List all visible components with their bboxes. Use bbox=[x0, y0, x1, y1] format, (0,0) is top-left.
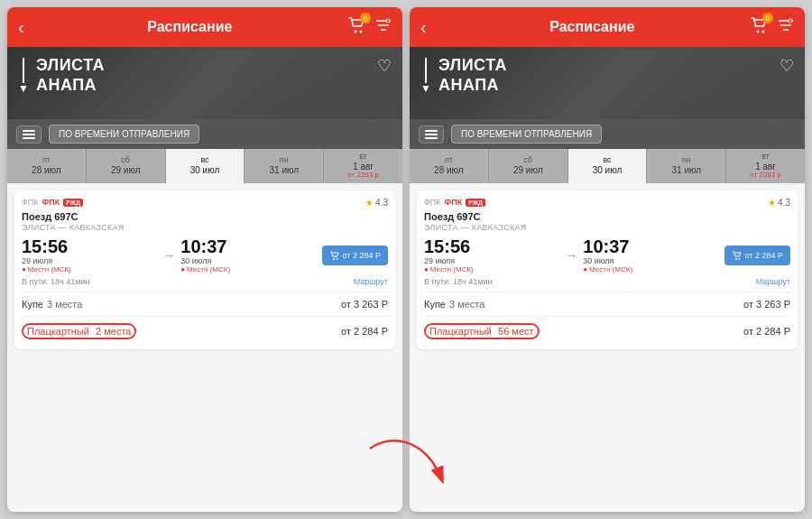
date-tab-4-left[interactable]: вт 1 авг от 2283 р bbox=[324, 149, 402, 183]
filter-bar-left: ПО ВРЕМЕНИ ОТПРАВЛЕНИЯ bbox=[7, 119, 402, 149]
hero-right: ▼ ЭЛИСТА АНАПА ♡ bbox=[410, 47, 805, 119]
header-icons-left: 0 bbox=[348, 17, 392, 37]
plackart-annotation-left: Плацкартный 2 места bbox=[22, 323, 136, 339]
train-card-right: ФПК ФПК РЖД ★ 4.3 Поезд 697С ЭЛИСТА — КА… bbox=[417, 190, 798, 349]
date-tab-0-right[interactable]: пт 28 июл bbox=[410, 149, 489, 183]
menu-filter-left[interactable] bbox=[16, 125, 42, 144]
seat-row-kupe-left: Купе 3 места от 3 263 Р bbox=[22, 296, 388, 312]
city-to-right: АНАПА bbox=[438, 76, 507, 96]
divider-2-left bbox=[22, 316, 388, 317]
sort-button-left[interactable]: ПО ВРЕМЕНИ ОТПРАВЛЕНИЯ bbox=[49, 125, 199, 144]
sort-button-right[interactable]: ПО ВРЕМЕНИ ОТПРАВЛЕНИЯ bbox=[451, 125, 602, 144]
route-link-left[interactable]: Маршрут bbox=[354, 277, 388, 286]
date-tab-4-right[interactable]: вт 1 авг от 2283 р bbox=[726, 149, 805, 183]
date-tab-2-right[interactable]: вс 30 июл bbox=[568, 149, 648, 183]
route-arrow-right: ▼ bbox=[420, 58, 431, 94]
hero-left: ▼ ЭЛИСТА АНАПА ♡ bbox=[7, 47, 402, 119]
time-row-left: 15:56 29 июля ● Местн (МСК) → 10:37 30 и… bbox=[22, 237, 388, 273]
date-tab-0-left[interactable]: пт 28 июл bbox=[7, 149, 87, 183]
header-title-right: Расписание bbox=[434, 19, 751, 35]
filter-button-right[interactable] bbox=[778, 18, 794, 36]
back-button-right[interactable]: ‹ bbox=[420, 17, 427, 38]
header-left: ‹ Расписание 0 bbox=[7, 7, 402, 47]
depart-time-right: 15:56 bbox=[424, 237, 559, 255]
svg-point-9 bbox=[762, 31, 765, 33]
menu-filter-right[interactable] bbox=[419, 125, 444, 144]
arrive-date-left: 30 июля bbox=[180, 256, 316, 265]
arrive-block-left: 10:37 30 июля ● Местн (МСК) bbox=[180, 237, 316, 273]
divider-1-left bbox=[22, 292, 388, 292]
date-tab-2-left[interactable]: вс 30 июл bbox=[166, 149, 245, 183]
route-link-right[interactable]: Маршрут bbox=[756, 277, 790, 286]
star-icon-left: ★ bbox=[365, 198, 374, 208]
svg-point-1 bbox=[360, 31, 363, 33]
header-icons-right: 0 bbox=[751, 17, 794, 37]
seat-row-plack-left: Плацкартный 2 места от 2 284 Р bbox=[22, 320, 388, 342]
seat-row-kupe-right: Купе 3 места от 3 263 Р bbox=[424, 296, 790, 312]
svg-point-6 bbox=[333, 258, 335, 260]
svg-point-7 bbox=[336, 258, 337, 260]
depart-date-right: 29 июля bbox=[424, 256, 559, 265]
duration-row-left: В пути: 18ч 41мин Маршрут bbox=[22, 277, 388, 286]
route-cities-left: ЭЛИСТА АНАПА bbox=[36, 56, 105, 95]
cart-button-right[interactable]: 0 bbox=[751, 17, 769, 37]
time-arrow-right: → bbox=[565, 248, 577, 263]
arrive-tz-left: ● Местн (МСК) bbox=[180, 265, 316, 273]
favorite-button-left[interactable]: ♡ bbox=[377, 56, 392, 76]
divider-1-right bbox=[424, 292, 790, 292]
date-tabs-right: пт 28 июл сб 29 июл вс 30 июл пн 31 июл bbox=[410, 149, 805, 183]
star-icon-right: ★ bbox=[768, 198, 776, 208]
svg-point-5 bbox=[386, 19, 390, 23]
depart-date-left: 29 июля bbox=[22, 256, 157, 265]
date-tab-1-right[interactable]: сб 29 июл bbox=[489, 149, 568, 183]
route-arrow-left: ▼ bbox=[18, 58, 29, 94]
svg-point-15 bbox=[738, 258, 740, 260]
time-arrow-left: → bbox=[162, 248, 175, 263]
date-tab-1-left[interactable]: сб 29 июл bbox=[87, 149, 166, 183]
depart-tz-right: ● Местн (МСК) bbox=[424, 265, 559, 273]
route-info-right: ▼ ЭЛИСТА АНАПА bbox=[420, 56, 507, 95]
train-route-right: ЭЛИСТА — КАВКАЗСКАЯ bbox=[424, 223, 790, 232]
arrive-time-left: 10:37 bbox=[180, 237, 316, 255]
content-left: ФПК ФПК РЖД ★ 4.3 Поезд 697С ЭЛИСТА — КА… bbox=[7, 183, 402, 512]
header-title-left: Расписание bbox=[32, 19, 348, 35]
rating-right: ★ 4.3 bbox=[768, 198, 790, 208]
buy-button-left[interactable]: от 2 284 Р bbox=[322, 246, 388, 265]
svg-point-13 bbox=[789, 19, 792, 23]
arrive-time-right: 10:37 bbox=[583, 237, 718, 255]
date-tabs-left: пт 28 июл сб 29 июл вс 30 июл пн 31 июл bbox=[7, 149, 402, 183]
city-from-left: ЭЛИСТА bbox=[36, 56, 105, 76]
content-right: ФПК ФПК РЖД ★ 4.3 Поезд 697С ЭЛИСТА — КА… bbox=[410, 183, 805, 512]
time-row-right: 15:56 29 июля ● Местн (МСК) → 10:37 30 и… bbox=[424, 237, 790, 273]
filter-bar-right: ПО ВРЕМЕНИ ОТПРАВЛЕНИЯ bbox=[410, 119, 805, 149]
city-from-right: ЭЛИСТА bbox=[438, 56, 507, 76]
train-name-right: Поезд 697С bbox=[424, 211, 790, 222]
date-tab-3-left[interactable]: пн 31 июл bbox=[245, 149, 324, 183]
buy-button-right[interactable]: от 2 284 Р bbox=[724, 246, 790, 265]
back-button-left[interactable]: ‹ bbox=[18, 17, 24, 38]
header-right: ‹ Расписание 0 bbox=[410, 7, 805, 47]
duration-row-right: В пути: 18ч 41мин Маршрут bbox=[424, 277, 790, 286]
divider-2-right bbox=[424, 316, 790, 317]
arrive-tz-right: ● Местн (МСК) bbox=[583, 265, 718, 273]
svg-point-8 bbox=[757, 31, 760, 33]
favorite-button-right[interactable]: ♡ bbox=[780, 56, 794, 76]
depart-tz-left: ● Местн (МСК) bbox=[22, 265, 157, 273]
route-cities-right: ЭЛИСТА АНАПА bbox=[438, 56, 507, 95]
depart-block-right: 15:56 29 июля ● Местн (МСК) bbox=[424, 237, 559, 273]
cart-button-left[interactable]: 0 bbox=[348, 17, 366, 37]
cart-badge-right: 0 bbox=[762, 13, 773, 23]
date-tab-3-right[interactable]: пн 31 июл bbox=[647, 149, 726, 183]
route-info-left: ▼ ЭЛИСТА АНАПА bbox=[18, 56, 105, 95]
duration-text-left: В пути: 18ч 41мин bbox=[22, 277, 89, 286]
svg-point-14 bbox=[735, 258, 737, 260]
cart-badge-left: 0 bbox=[360, 13, 371, 23]
svg-point-0 bbox=[355, 31, 357, 33]
filter-button-left[interactable] bbox=[375, 18, 392, 36]
train-route-left: ЭЛИСТА — КАВКАЗСКАЯ bbox=[22, 223, 388, 232]
train-name-left: Поезд 697С bbox=[22, 211, 388, 222]
panel-left: ‹ Расписание 0 bbox=[7, 7, 402, 512]
depart-time-left: 15:56 bbox=[22, 237, 157, 255]
arrive-block-right: 10:37 30 июля ● Местн (МСК) bbox=[583, 237, 718, 273]
panel-right: ‹ Расписание 0 bbox=[410, 7, 805, 512]
